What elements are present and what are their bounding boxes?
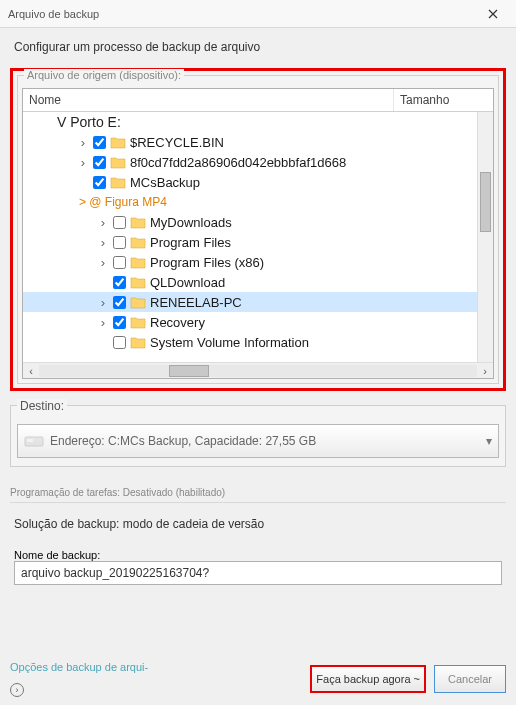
scroll-right-icon[interactable]: › <box>477 363 493 379</box>
drive-label: V Porto E: <box>57 114 121 130</box>
destination-value: Endereço: C:MCs Backup, Capacidade: 27,5… <box>50 434 316 448</box>
tree-item[interactable]: QLDownload <box>23 272 477 292</box>
backup-name-input[interactable] <box>14 561 502 585</box>
expand-icon[interactable]: › <box>97 315 109 330</box>
column-name[interactable]: Nome <box>23 89 393 111</box>
folder-icon <box>130 255 146 269</box>
tree-checkbox[interactable] <box>113 316 126 329</box>
close-button[interactable] <box>478 4 508 24</box>
vertical-scrollbar[interactable] <box>477 112 493 362</box>
expand-icon[interactable]: › <box>77 155 89 170</box>
tree-checkbox[interactable] <box>113 236 126 249</box>
folder-icon <box>110 135 126 149</box>
tree-rows: V Porto E: › $RECYCLE.BIN › <box>23 112 477 362</box>
options-arrow-icon: › <box>10 683 24 697</box>
cancel-button[interactable]: Cancelar <box>434 665 506 693</box>
expand-icon[interactable]: › <box>97 255 109 270</box>
options-link[interactable]: Opções de backup de arqui- › <box>10 661 310 697</box>
chevron-down-icon: ▾ <box>486 434 492 448</box>
close-icon <box>488 9 498 19</box>
tree-item-label: RENEELAB-PC <box>150 295 242 310</box>
tree-item-label: 8f0cd7fdd2a86906d042ebbbfaf1d668 <box>130 155 346 170</box>
solution-label: Solução de backup: <box>14 517 119 531</box>
folder-icon <box>130 315 146 329</box>
source-legend: Arquivo de origem (dispositivo): <box>24 69 184 81</box>
tree-item[interactable]: › $RECYCLE.BIN <box>23 132 477 152</box>
expand-icon[interactable]: › <box>97 295 109 310</box>
file-tree: Nome Tamanho V Porto E: › $RECYCLE.BIN <box>22 88 494 379</box>
tree-item-label: Program Files <box>150 235 231 250</box>
folder-icon <box>110 175 126 189</box>
tree-checkbox[interactable] <box>113 336 126 349</box>
tree-item-label: MyDownloads <box>150 215 232 230</box>
cancel-label: Cancelar <box>448 673 492 685</box>
tree-checkbox[interactable] <box>113 296 126 309</box>
page-subtitle: Configurar um processo de backup de arqu… <box>0 28 516 62</box>
backup-name-label: Nome de backup: <box>14 549 100 561</box>
options-link-text: Opções de backup de arqui- <box>10 661 148 673</box>
destination-dropdown[interactable]: Endereço: C:MCs Backup, Capacidade: 27,5… <box>17 424 499 458</box>
tree-item[interactable]: › Program Files <box>23 232 477 252</box>
schedule-text: Programação de tarefas: Desativado (habi… <box>10 487 506 503</box>
svg-rect-1 <box>27 439 33 442</box>
figura-row[interactable]: > @ Figura MP4 <box>23 192 477 212</box>
folder-icon <box>130 235 146 249</box>
disk-icon <box>24 433 44 449</box>
source-fieldset: Arquivo de origem (dispositivo): Nome Ta… <box>17 75 499 384</box>
footer: Opções de backup de arqui- › Faça backup… <box>0 661 516 697</box>
scroll-thumb[interactable] <box>480 172 491 232</box>
tree-checkbox[interactable] <box>93 176 106 189</box>
folder-icon <box>130 335 146 349</box>
drive-row[interactable]: V Porto E: <box>23 112 477 132</box>
backup-now-button[interactable]: Faça backup agora ~ <box>310 665 426 693</box>
folder-icon <box>130 295 146 309</box>
window-title: Arquivo de backup <box>8 8 99 20</box>
expand-icon[interactable]: › <box>77 135 89 150</box>
tree-item-label: $RECYCLE.BIN <box>130 135 224 150</box>
scroll-thumb-h[interactable] <box>169 365 209 377</box>
backup-name-row: Nome de backup: <box>14 549 502 585</box>
folder-icon <box>130 275 146 289</box>
folder-icon <box>130 215 146 229</box>
source-panel: Arquivo de origem (dispositivo): Nome Ta… <box>10 68 506 391</box>
scroll-track[interactable] <box>39 365 477 377</box>
tree-header: Nome Tamanho <box>23 89 493 112</box>
destination-legend: Destino: <box>17 399 67 413</box>
tree-item-selected[interactable]: › RENEELAB-PC <box>23 292 477 312</box>
tree-item-label: QLDownload <box>150 275 225 290</box>
tree-item-label: Program Files (x86) <box>150 255 264 270</box>
tree-body: V Porto E: › $RECYCLE.BIN › <box>23 112 493 362</box>
expand-icon[interactable]: › <box>97 215 109 230</box>
titlebar: Arquivo de backup <box>0 0 516 28</box>
solution-row: Solução de backup: modo de cadeia de ver… <box>14 517 502 531</box>
tree-item[interactable]: › Recovery <box>23 312 477 332</box>
destination-panel: Destino: Endereço: C:MCs Backup, Capacid… <box>10 405 506 467</box>
tree-checkbox[interactable] <box>113 256 126 269</box>
backup-now-label: Faça backup agora ~ <box>316 673 420 685</box>
tree-item[interactable]: › Program Files (x86) <box>23 252 477 272</box>
tree-item-label: MCsBackup <box>130 175 200 190</box>
column-size[interactable]: Tamanho <box>393 89 493 111</box>
folder-icon <box>110 155 126 169</box>
scroll-left-icon[interactable]: ‹ <box>23 363 39 379</box>
tree-checkbox[interactable] <box>113 276 126 289</box>
tree-item[interactable]: System Volume Information <box>23 332 477 352</box>
tree-checkbox[interactable] <box>113 216 126 229</box>
tree-item[interactable]: › 8f0cd7fdd2a86906d042ebbbfaf1d668 <box>23 152 477 172</box>
horizontal-scrollbar[interactable]: ‹ › <box>23 362 493 378</box>
tree-checkbox[interactable] <box>93 156 106 169</box>
tree-item-label: System Volume Information <box>150 335 309 350</box>
solution-value: modo de cadeia de versão <box>123 517 264 531</box>
tree-item-label: Recovery <box>150 315 205 330</box>
destination-fieldset: Destino: Endereço: C:MCs Backup, Capacid… <box>10 405 506 467</box>
figura-label: > @ Figura MP4 <box>79 195 167 209</box>
expand-icon[interactable]: › <box>97 235 109 250</box>
tree-item[interactable]: › MyDownloads <box>23 212 477 232</box>
tree-checkbox[interactable] <box>93 136 106 149</box>
tree-item[interactable]: MCsBackup <box>23 172 477 192</box>
